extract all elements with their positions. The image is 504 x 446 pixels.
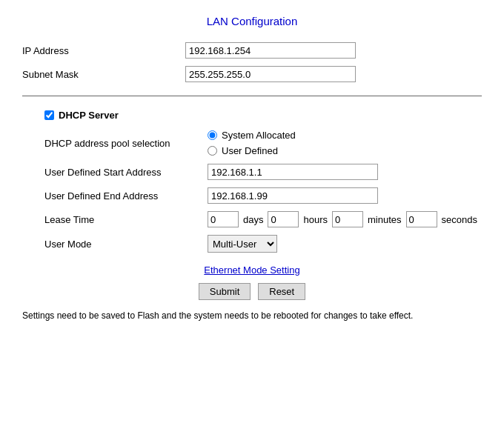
submit-button[interactable]: Submit bbox=[199, 283, 251, 300]
system-allocated-row: System Allocated bbox=[208, 130, 296, 141]
lease-time-row: Lease Time days hours minutes seconds bbox=[44, 211, 482, 227]
start-address-input[interactable] bbox=[208, 164, 378, 180]
subnet-mask-input[interactable] bbox=[185, 66, 356, 82]
dhcp-section: DHCP Server DHCP address pool selection … bbox=[22, 110, 482, 253]
ethernet-link-row: Ethernet Mode Setting bbox=[22, 264, 482, 276]
reset-button[interactable]: Reset bbox=[258, 283, 305, 300]
dhcp-pool-options: System Allocated User Defined bbox=[208, 130, 296, 156]
dhcp-pool-label: DHCP address pool selection bbox=[44, 138, 208, 149]
system-allocated-label: System Allocated bbox=[222, 130, 296, 141]
lease-hours-input[interactable] bbox=[268, 211, 299, 227]
ip-address-row: IP Address bbox=[22, 42, 482, 59]
dhcp-header-row: DHCP Server bbox=[44, 110, 482, 121]
page-title: LAN Configuration bbox=[22, 15, 482, 27]
start-address-row: User Defined Start Address bbox=[44, 164, 482, 180]
dhcp-server-label: DHCP Server bbox=[59, 110, 119, 121]
user-defined-radio[interactable] bbox=[208, 146, 217, 156]
subnet-mask-label: Subnet Mask bbox=[22, 69, 185, 80]
lease-minutes-input[interactable] bbox=[332, 211, 363, 227]
user-mode-select[interactable]: Multi-User Single-User bbox=[208, 235, 277, 253]
button-row: Submit Reset bbox=[22, 283, 482, 300]
system-allocated-radio[interactable] bbox=[208, 130, 217, 140]
end-address-row: User Defined End Address bbox=[44, 187, 482, 204]
dhcp-server-checkbox[interactable] bbox=[44, 110, 54, 120]
lease-seconds-input[interactable] bbox=[406, 211, 437, 227]
lease-hours-label: hours bbox=[303, 214, 328, 225]
ip-address-label: IP Address bbox=[22, 45, 185, 56]
footer-note: Settings need to be saved to Flash and t… bbox=[22, 310, 482, 321]
ip-address-input[interactable] bbox=[185, 42, 356, 59]
lan-section: IP Address Subnet Mask bbox=[22, 42, 482, 82]
end-address-input[interactable] bbox=[208, 187, 378, 204]
section-divider bbox=[22, 96, 482, 96]
lease-days-input[interactable] bbox=[208, 211, 239, 227]
end-address-label: User Defined End Address bbox=[44, 190, 208, 202]
lease-days-label: days bbox=[243, 214, 263, 225]
lease-time-label: Lease Time bbox=[44, 214, 208, 225]
user-mode-row: User Mode Multi-User Single-User bbox=[44, 235, 482, 253]
lease-minutes-label: minutes bbox=[368, 214, 402, 225]
start-address-label: User Defined Start Address bbox=[44, 167, 208, 178]
ethernet-mode-link[interactable]: Ethernet Mode Setting bbox=[204, 264, 299, 276]
user-defined-row: User Defined bbox=[208, 145, 296, 156]
user-mode-label: User Mode bbox=[44, 239, 208, 250]
subnet-mask-row: Subnet Mask bbox=[22, 66, 482, 82]
lease-time-inputs: days hours minutes seconds bbox=[208, 211, 479, 227]
dhcp-pool-row: DHCP address pool selection System Alloc… bbox=[44, 130, 482, 156]
user-mode-select-wrapper: Multi-User Single-User bbox=[208, 235, 277, 253]
lease-seconds-label: seconds bbox=[442, 214, 477, 225]
user-defined-label: User Defined bbox=[222, 145, 278, 156]
